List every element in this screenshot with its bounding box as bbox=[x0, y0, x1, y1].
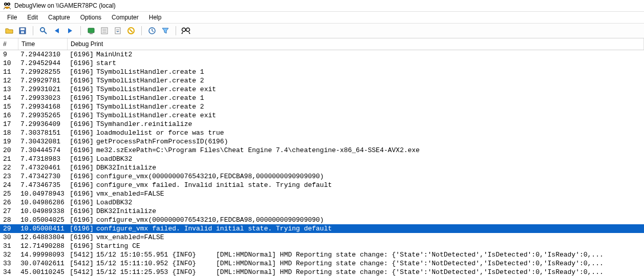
menu-item-help[interactable]: Help bbox=[145, 13, 166, 22]
row-pid: [6196] bbox=[68, 163, 95, 172]
arrow-left-icon[interactable] bbox=[51, 25, 63, 37]
filter-highlight-icon[interactable] bbox=[159, 25, 171, 37]
row-pid: [6196] bbox=[68, 207, 95, 216]
log-row[interactable]: 137.29931021[6196]TSymbolListHandler.cre… bbox=[0, 85, 644, 94]
row-message: me32.szExePath=C:\Program Files\Cheat En… bbox=[95, 146, 644, 155]
svg-point-2 bbox=[5, 4, 6, 5]
col-header-number[interactable]: # bbox=[0, 38, 18, 50]
log-row[interactable]: 2810.05004025[6196]configure_vmx(0000000… bbox=[0, 216, 644, 224]
log-row[interactable]: 3445.00110245[5412]15/12 15:11:25.953 {I… bbox=[0, 268, 644, 276]
row-pid: [6196] bbox=[68, 146, 95, 155]
capture-passthrough-icon[interactable] bbox=[98, 25, 111, 37]
log-row[interactable]: 187.30378151[6196]loadmodulelist or forc… bbox=[0, 129, 644, 137]
log-row[interactable]: 207.30444574[6196]me32.szExePath=C:\Prog… bbox=[0, 146, 644, 155]
svg-rect-7 bbox=[20, 28, 25, 30]
autoscroll-icon[interactable] bbox=[112, 25, 124, 37]
row-time: 7.29935265 bbox=[18, 111, 68, 120]
row-message: configure_vmx failed. Invalid initial st… bbox=[95, 224, 644, 233]
row-pid: [5412] bbox=[68, 259, 95, 268]
row-pid: [5412] bbox=[68, 268, 95, 276]
menu-item-file[interactable]: File bbox=[3, 13, 21, 22]
row-pid: [6196] bbox=[68, 85, 95, 94]
log-row[interactable]: 117.29928255[6196]TSymbolListHandler.cre… bbox=[0, 68, 644, 76]
log-row[interactable]: 197.30432081[6196]getProcessPathFromProc… bbox=[0, 137, 644, 146]
svg-line-5 bbox=[9, 8, 11, 9]
row-time: 10.05008411 bbox=[18, 224, 68, 233]
menu-item-edit[interactable]: Edit bbox=[23, 13, 42, 22]
log-row[interactable]: 3112.71490288[6196]Starting CE bbox=[0, 242, 644, 250]
svg-line-25 bbox=[182, 32, 183, 34]
arrow-right-icon[interactable] bbox=[64, 25, 76, 37]
find-icon[interactable] bbox=[180, 25, 192, 37]
log-row[interactable]: 107.29452944[6196]start bbox=[0, 59, 644, 68]
row-pid: [6196] bbox=[68, 137, 95, 146]
row-number: 24 bbox=[0, 181, 18, 189]
row-time: 7.30378151 bbox=[18, 129, 68, 137]
svg-rect-11 bbox=[88, 28, 94, 33]
log-row[interactable]: 2510.04978943[6196]vmx_enabled=FALSE bbox=[0, 189, 644, 198]
row-message: configure_vmx(0000000076543210,FEDCBA98,… bbox=[95, 216, 644, 224]
open-icon[interactable] bbox=[3, 25, 15, 37]
log-row[interactable]: 3214.99998093[5412]15/12 15:10:55.951 {I… bbox=[0, 250, 644, 259]
row-time: 7.30444574 bbox=[18, 146, 68, 155]
row-time: 7.29452944 bbox=[18, 59, 68, 68]
capture-kernel-icon[interactable] bbox=[85, 25, 97, 37]
svg-point-3 bbox=[8, 4, 9, 5]
svg-point-24 bbox=[186, 28, 190, 32]
row-time: 45.00110245 bbox=[18, 268, 68, 276]
log-row[interactable]: 147.29933023[6196]TSymbolListHandler.cre… bbox=[0, 94, 644, 102]
col-header-time[interactable]: Time bbox=[18, 38, 68, 50]
row-time: 7.47318983 bbox=[18, 155, 68, 163]
menu-item-capture[interactable]: Capture bbox=[44, 13, 74, 22]
clock-icon[interactable] bbox=[146, 25, 158, 37]
row-message: TSymbolListHandler.create 1 bbox=[95, 94, 644, 102]
row-time: 7.29442310 bbox=[18, 50, 68, 59]
menu-item-computer[interactable]: Computer bbox=[108, 13, 143, 22]
svg-point-23 bbox=[182, 28, 186, 32]
log-row[interactable]: 3012.64883804[6196]vmx_enabled=FALSE bbox=[0, 233, 644, 242]
log-row[interactable]: 227.47320461[6196]DBK32Initialize bbox=[0, 163, 644, 172]
row-pid: [6196] bbox=[68, 120, 95, 129]
row-pid: [6196] bbox=[68, 59, 95, 68]
row-pid: [6196] bbox=[68, 233, 95, 242]
toolbar-separator bbox=[141, 26, 142, 35]
log-row[interactable]: 97.29442310[6196]MainUnit2 bbox=[0, 50, 644, 59]
row-pid: [6196] bbox=[68, 76, 95, 85]
grid-header[interactable]: # Time Debug Print bbox=[0, 38, 644, 50]
col-header-debugprint[interactable]: Debug Print bbox=[68, 38, 644, 50]
row-pid: [6196] bbox=[68, 129, 95, 137]
log-row[interactable]: 247.47346735[6196]configure_vmx failed. … bbox=[0, 181, 644, 189]
log-row[interactable]: 177.29936409[6196]TSymhandler.reinitiali… bbox=[0, 120, 644, 129]
log-row[interactable]: 3330.07402611[5412]15/12 15:11:10.952 {I… bbox=[0, 259, 644, 268]
log-row[interactable]: 2910.05008411[6196]configure_vmx failed.… bbox=[0, 224, 644, 233]
menu-item-options[interactable]: Options bbox=[76, 13, 105, 22]
clear-icon[interactable] bbox=[125, 25, 137, 37]
magnifier-icon[interactable] bbox=[37, 25, 50, 37]
log-row[interactable]: 217.47318983[6196]LoadDBK32 bbox=[0, 155, 644, 163]
log-row[interactable]: 2610.04986286[6196]LoadDBK32 bbox=[0, 198, 644, 207]
toolbar-separator bbox=[176, 26, 176, 35]
row-pid: [6196] bbox=[68, 155, 95, 163]
log-row[interactable]: 237.47342730[6196]configure_vmx(00000000… bbox=[0, 172, 644, 181]
row-time: 12.71490288 bbox=[18, 242, 68, 250]
svg-line-4 bbox=[4, 8, 5, 9]
row-pid: [6196] bbox=[68, 172, 95, 181]
row-message: TSymbolListHandler.create 2 bbox=[95, 76, 644, 85]
row-number: 12 bbox=[0, 76, 18, 85]
row-pid: [6196] bbox=[68, 94, 95, 102]
row-time: 7.29933023 bbox=[18, 94, 68, 102]
row-message: getProcessPathFromProcessID(6196) bbox=[95, 137, 644, 146]
log-row[interactable]: 2710.04989338[6196]DBK32Initialize bbox=[0, 207, 644, 216]
log-row[interactable]: 127.29929781[6196]TSymbolListHandler.cre… bbox=[0, 76, 644, 85]
titlebar: DebugView on \\GAMER78PC (local) bbox=[0, 0, 644, 12]
toolbar-separator bbox=[33, 26, 33, 35]
save-icon[interactable] bbox=[16, 25, 29, 37]
row-number: 15 bbox=[0, 102, 18, 111]
grid-body[interactable]: 97.29442310[6196]MainUnit2107.29452944[6… bbox=[0, 50, 644, 276]
log-row[interactable]: 167.29935265[6196]TSymbolListHandler.cre… bbox=[0, 111, 644, 120]
row-time: 10.04989338 bbox=[18, 207, 68, 216]
row-number: 22 bbox=[0, 163, 18, 172]
row-pid: [6196] bbox=[68, 189, 95, 198]
log-grid: # Time Debug Print 97.29442310[6196]Main… bbox=[0, 38, 644, 276]
log-row[interactable]: 157.29934168[6196]TSymbolListHandler.cre… bbox=[0, 102, 644, 111]
